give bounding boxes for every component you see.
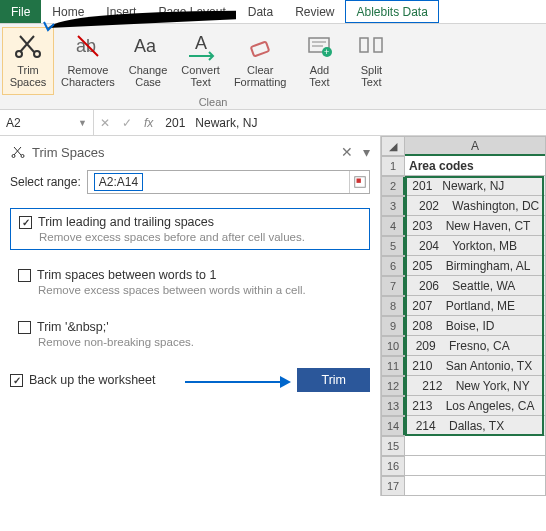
add-text-button[interactable]: + Add Text xyxy=(293,27,345,95)
range-input[interactable]: A2:A14 xyxy=(87,170,370,194)
svg-rect-17 xyxy=(356,179,360,183)
table-cell[interactable]: 205 Birmingham, AL xyxy=(405,256,546,276)
svg-point-15 xyxy=(21,155,24,158)
tab-insert[interactable]: Insert xyxy=(95,0,147,23)
table-cell[interactable]: 208 Boise, ID xyxy=(405,316,546,336)
table-cell[interactable]: 214 Dallas, TX xyxy=(405,416,546,436)
row-header[interactable]: 13 xyxy=(381,396,405,416)
change-case-icon: Aa xyxy=(132,30,164,62)
option-trim-nbsp[interactable]: Trim '&nbsp;' Remove non-breaking spaces… xyxy=(10,314,370,354)
change-case-button[interactable]: Aa Change Case xyxy=(122,27,175,95)
svg-text:A: A xyxy=(195,33,207,53)
svg-rect-6 xyxy=(251,42,269,57)
pane-menu-icon[interactable]: ▾ xyxy=(363,144,370,160)
row-header[interactable]: 7 xyxy=(381,276,405,296)
tab-data[interactable]: Data xyxy=(237,0,284,23)
row-header[interactable]: 9 xyxy=(381,316,405,336)
table-cell[interactable]: 204 Yorkton, MB xyxy=(405,236,546,256)
add-text-icon: + xyxy=(303,30,335,62)
row-header[interactable]: 2 xyxy=(381,176,405,196)
row-header[interactable]: 6 xyxy=(381,256,405,276)
trim-spaces-label: Trim Spaces xyxy=(10,64,47,88)
backup-label: Back up the worksheet xyxy=(29,373,155,387)
clear-formatting-button[interactable]: Clear Formatting xyxy=(227,27,294,95)
chevron-down-icon: ▼ xyxy=(78,118,87,128)
table-cell[interactable]: 210 San Antonio, TX xyxy=(405,356,546,376)
tab-ablebits-data[interactable]: Ablebits Data xyxy=(345,0,438,23)
callout-arrow-trim xyxy=(185,372,295,392)
ribbon: Trim Spaces ab Remove Characters Aa Chan… xyxy=(0,24,546,110)
eraser-icon xyxy=(244,30,276,62)
table-cell[interactable]: 206 Seattle, WA xyxy=(405,276,546,296)
checkbox-backup[interactable] xyxy=(10,374,23,387)
remove-characters-button[interactable]: ab Remove Characters xyxy=(54,27,122,95)
table-cell[interactable]: 202 Washington, DC xyxy=(405,196,546,216)
range-value: A2:A14 xyxy=(94,173,143,191)
checkbox-trim-leading-trailing[interactable] xyxy=(19,216,32,229)
row-header[interactable]: 14 xyxy=(381,416,405,436)
svg-rect-13 xyxy=(374,38,382,52)
name-box[interactable]: A2 ▼ xyxy=(0,110,94,135)
scissors-icon xyxy=(12,30,44,62)
trim-button[interactable]: Trim xyxy=(297,368,370,392)
svg-point-1 xyxy=(34,51,40,57)
formula-bar-value[interactable]: 201 Newark, NJ xyxy=(165,116,257,130)
column-header-a[interactable]: A xyxy=(405,136,546,156)
row-header[interactable]: 10 xyxy=(381,336,405,356)
fx-icon[interactable]: fx xyxy=(144,116,153,130)
row-header[interactable]: 11 xyxy=(381,356,405,376)
table-cell[interactable]: 213 Los Angeles, CA xyxy=(405,396,546,416)
split-text-button[interactable]: Split Text xyxy=(345,27,397,95)
range-picker-button[interactable] xyxy=(349,171,369,193)
option-trim-between[interactable]: Trim spaces between words to 1 Remove ex… xyxy=(10,262,370,302)
tab-file[interactable]: File xyxy=(0,0,41,23)
spreadsheet-grid[interactable]: ◢ A 1Area codes 2 201 Newark, NJ3 202 Wa… xyxy=(381,136,546,496)
select-all-corner[interactable]: ◢ xyxy=(381,136,405,156)
namebox-row: A2 ▼ ✕ ✓ fx 201 Newark, NJ xyxy=(0,110,546,136)
table-cell[interactable]: 203 New Haven, CT xyxy=(405,216,546,236)
tab-home[interactable]: Home xyxy=(41,0,95,23)
trim-spaces-button[interactable]: Trim Spaces xyxy=(2,27,54,95)
remove-chars-icon: ab xyxy=(72,30,104,62)
split-text-icon xyxy=(355,30,387,62)
svg-rect-12 xyxy=(360,38,368,52)
range-selector-icon xyxy=(353,175,367,189)
row-header[interactable]: 3 xyxy=(381,196,405,216)
scissors-icon xyxy=(10,144,26,160)
row-header[interactable]: 4 xyxy=(381,216,405,236)
svg-text:Aa: Aa xyxy=(134,36,157,56)
table-cell[interactable]: 212 New York, NY xyxy=(405,376,546,396)
row-header[interactable]: 8 xyxy=(381,296,405,316)
select-range-label: Select range: xyxy=(10,175,81,189)
checkbox-trim-nbsp[interactable] xyxy=(18,321,31,334)
row-header[interactable]: 5 xyxy=(381,236,405,256)
tab-review[interactable]: Review xyxy=(284,0,345,23)
ribbon-group-label: Clean xyxy=(0,96,426,108)
svg-point-14 xyxy=(12,155,15,158)
tab-pagelayout[interactable]: Page Layout xyxy=(147,0,236,23)
row-header[interactable]: 1 xyxy=(381,156,405,176)
row-header[interactable]: 12 xyxy=(381,376,405,396)
task-pane: Trim Spaces ✕ ▾ Select range: A2:A14 Tri… xyxy=(0,136,381,496)
cancel-formula-icon: ✕ xyxy=(100,116,110,130)
svg-text:+: + xyxy=(324,47,329,57)
checkbox-trim-between[interactable] xyxy=(18,269,31,282)
cell-header[interactable]: Area codes xyxy=(405,156,546,176)
accept-formula-icon: ✓ xyxy=(122,116,132,130)
pane-title: Trim Spaces xyxy=(32,145,104,160)
table-cell[interactable]: 207 Portland, ME xyxy=(405,296,546,316)
table-cell[interactable]: 201 Newark, NJ xyxy=(405,176,546,196)
option-trim-leading-trailing[interactable]: Trim leading and trailing spaces Remove … xyxy=(10,208,370,250)
convert-text-button[interactable]: A Convert Text xyxy=(174,27,227,95)
close-icon[interactable]: ✕ xyxy=(341,144,353,160)
svg-text:ab: ab xyxy=(76,36,96,56)
convert-text-icon: A xyxy=(185,30,217,62)
table-cell[interactable]: 209 Fresno, CA xyxy=(405,336,546,356)
svg-point-0 xyxy=(16,51,22,57)
